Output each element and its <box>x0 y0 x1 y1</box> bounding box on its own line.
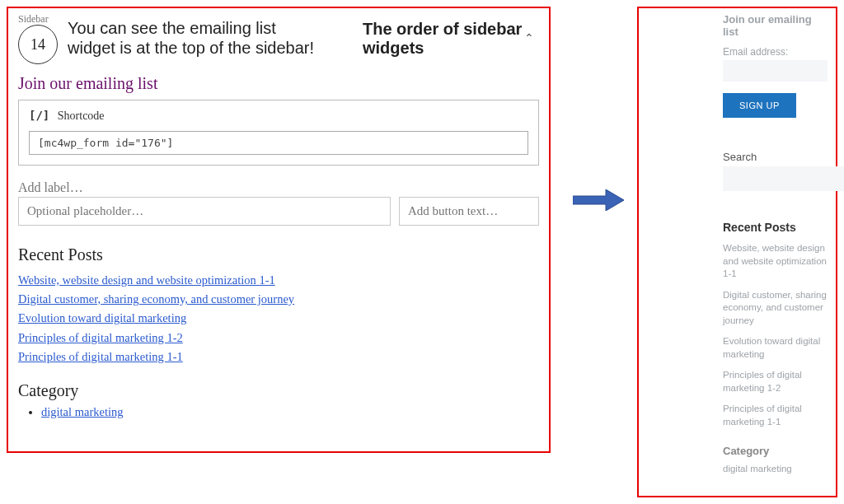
sidebar-section-label: Sidebar <box>18 13 49 26</box>
list-item: Digital customer, sharing economy, and c… <box>18 290 539 309</box>
list-item: Principles of digital marketing 1-1 <box>18 348 539 366</box>
email-input[interactable] <box>723 60 828 82</box>
email-field-label: Email address: <box>723 46 828 58</box>
signup-button[interactable]: SIGN UP <box>723 93 796 118</box>
post-link[interactable]: Digital customer, sharing economy, and c… <box>18 292 294 306</box>
add-label-heading[interactable]: Add label… <box>18 180 539 195</box>
placeholder-input[interactable] <box>18 197 391 226</box>
search-row: SEARCH <box>723 166 828 191</box>
shortcode-icon: [/] <box>29 109 49 122</box>
email-widget-title: Join our emailing list <box>18 74 539 93</box>
post-link[interactable]: Principles of digital marketing 1-2 <box>18 331 183 344</box>
shortcode-widget-box: [/] Shortcode <box>18 100 539 166</box>
svg-marker-0 <box>573 189 624 211</box>
category-title: Category <box>18 381 539 400</box>
list-item[interactable]: Principles of digital marketing 1-2 <box>723 369 828 394</box>
search-heading: Search <box>723 151 828 163</box>
list-item: digital marketing <box>41 405 539 419</box>
list-item: Evolution toward digital marketing <box>18 309 539 328</box>
recent-posts-list: Website, website design and website opti… <box>18 271 539 366</box>
frontend-sidebar-preview: Join our emailing list Email address: SI… <box>637 7 837 497</box>
button-text-input[interactable] <box>399 197 539 226</box>
list-item[interactable]: Principles of digital marketing 1-1 <box>723 403 828 428</box>
step-number: 14 <box>30 36 45 54</box>
step-number-badge: 14 <box>18 25 58 64</box>
post-link[interactable]: Website, website design and website opti… <box>18 273 275 287</box>
collapse-chevron-icon[interactable]: ⌃ <box>524 31 534 44</box>
recent-posts-heading: Recent Posts <box>723 221 828 234</box>
annotation-note-right: The order of sidebar widgets <box>363 20 528 58</box>
recent-posts-title: Recent Posts <box>18 245 539 264</box>
placeholder-row <box>18 197 539 226</box>
shortcode-label: Shortcode <box>58 110 105 122</box>
category-heading: Category <box>723 445 828 457</box>
shortcode-label-row: [/] Shortcode <box>29 109 528 123</box>
email-widget-heading: Join our emailing list <box>723 13 828 38</box>
recent-posts-list: Website, website design and website opti… <box>723 242 828 428</box>
shortcode-input[interactable] <box>29 131 528 155</box>
list-item: Website, website design and website opti… <box>18 271 539 290</box>
arrow-icon <box>573 189 624 211</box>
search-input[interactable] <box>723 166 844 191</box>
list-item: Principles of digital marketing 1-2 <box>18 329 539 348</box>
sidebar-header: Sidebar 14 You can see the emailing list… <box>18 12 539 68</box>
category-list: digital marketing <box>18 405 539 419</box>
annotation-note-top: You can see the emailing list widget is … <box>68 18 315 58</box>
list-item[interactable]: Digital customer, sharing economy, and c… <box>723 289 828 328</box>
admin-sidebar-editor-panel: Sidebar 14 You can see the emailing list… <box>7 7 551 453</box>
category-link[interactable]: digital marketing <box>41 405 123 418</box>
list-item[interactable]: Evolution toward digital marketing <box>723 335 828 361</box>
list-item[interactable]: Website, website design and website opti… <box>723 242 828 281</box>
post-link[interactable]: Principles of digital marketing 1-1 <box>18 350 183 363</box>
post-link[interactable]: Evolution toward digital marketing <box>18 311 186 324</box>
category-item[interactable]: digital marketing <box>723 464 828 474</box>
